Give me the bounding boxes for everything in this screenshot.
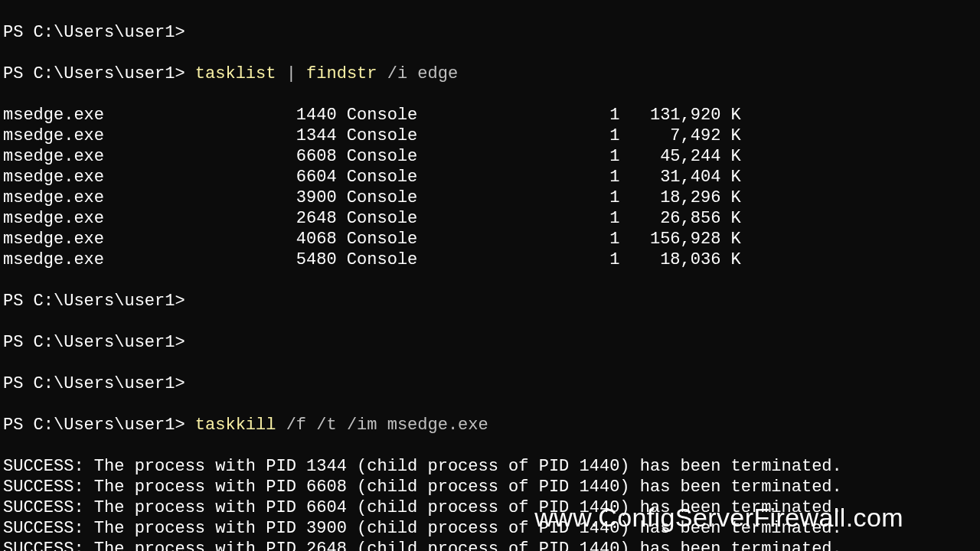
taskkill-success-line: SUCCESS: The process with PID 1344 (chil… [3,456,977,477]
tasklist-row: msedge.exe 4068 Console 1 156,928 K [3,229,977,249]
ps-prompt: PS C:\Users\user1> [3,292,185,311]
taskkill-success-line: SUCCESS: The process with PID 2648 (chil… [3,539,977,551]
cmd-tasklist: tasklist [195,64,276,83]
command-line-2: PS C:\Users\user1> taskkill /f /t /im ms… [3,415,977,435]
tasklist-row: msedge.exe 3900 Console 1 18,296 K [3,187,977,208]
powershell-terminal[interactable]: PS C:\Users\user1> PS C:\Users\user1> ta… [0,0,980,551]
watermark-text: www.ConfigServerFirewall.com [534,507,903,528]
prompt-line: PS C:\Users\user1> [3,373,977,394]
ps-prompt: PS C:\Users\user1> [3,416,185,435]
tasklist-row: msedge.exe 1344 Console 1 7,492 K [3,126,977,146]
ps-prompt: PS C:\Users\user1> [3,64,185,83]
command-line-1: PS C:\Users\user1> tasklist | findstr /i… [3,64,977,84]
cmd-args: /f /t /im msedge.exe [286,416,488,435]
taskkill-success-line: SUCCESS: The process with PID 6608 (chil… [3,477,977,497]
tasklist-row: msedge.exe 6604 Console 1 31,404 K [3,167,977,187]
tasklist-row: msedge.exe 5480 Console 1 18,036 K [3,249,977,270]
cmd-args: /i edge [387,64,458,83]
ps-prompt: PS C:\Users\user1> [3,333,185,352]
ps-prompt: PS C:\Users\user1> [3,23,185,42]
tasklist-output: msedge.exe 1440 Console 1 131,920 Kmsedg… [3,105,977,270]
cmd-taskkill: taskkill [195,416,276,435]
tasklist-row: msedge.exe 2648 Console 1 26,856 K [3,208,977,229]
prompt-line: PS C:\Users\user1> [3,332,977,353]
tasklist-row: msedge.exe 6608 Console 1 45,244 K [3,146,977,167]
cmd-findstr: findstr [306,64,377,83]
prompt-line: PS C:\Users\user1> [3,291,977,311]
prompt-line: PS C:\Users\user1> [3,22,977,43]
tasklist-row: msedge.exe 1440 Console 1 131,920 K [3,105,977,126]
ps-prompt: PS C:\Users\user1> [3,374,185,393]
pipe-symbol: | [286,64,296,83]
